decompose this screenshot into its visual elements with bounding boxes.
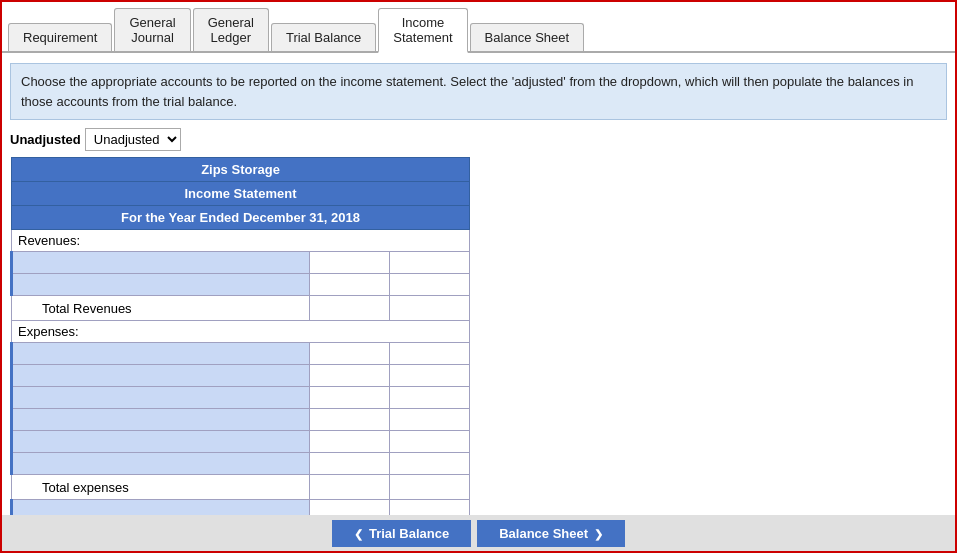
expense-value-cell-4b[interactable]: [390, 409, 470, 431]
total-expenses-label: Total expenses: [12, 475, 310, 500]
revenue-value-input-2a[interactable]: [310, 274, 389, 295]
tab-trial-balance[interactable]: Trial Balance: [271, 23, 376, 51]
revenue-name-cell-1[interactable]: [12, 252, 310, 274]
expense-value-input-3b[interactable]: [390, 387, 469, 408]
title-header-row: Income Statement: [12, 182, 470, 206]
expense-row-5: [12, 431, 470, 453]
company-name: Zips Storage: [12, 158, 470, 182]
total-revenues-value-2[interactable]: [390, 296, 470, 321]
revenue-row-2: [12, 274, 470, 296]
expense-value-cell-6a[interactable]: [310, 453, 390, 475]
total-revenues-value-1[interactable]: [310, 296, 390, 321]
revenue-value-cell-2a[interactable]: [310, 274, 390, 296]
chevron-left-icon: [354, 526, 363, 541]
expense-name-cell-4[interactable]: [12, 409, 310, 431]
expenses-label: Expenses:: [12, 321, 470, 343]
tab-balance-sheet[interactable]: Balance Sheet: [470, 23, 585, 51]
total-revenues-input-1[interactable]: [316, 299, 383, 317]
revenue-value-cell-1a[interactable]: [310, 252, 390, 274]
tab-general-journal[interactable]: GeneralJournal: [114, 8, 190, 51]
revenue-value-cell-2b[interactable]: [390, 274, 470, 296]
total-expenses-input-1[interactable]: [316, 478, 383, 496]
expense-value-input-5a[interactable]: [310, 431, 389, 452]
expense-value-input-2a[interactable]: [310, 365, 389, 386]
expense-row-6: [12, 453, 470, 475]
adjustment-dropdown[interactable]: Unadjusted Adjusted: [85, 128, 181, 151]
expense-value-cell-6b[interactable]: [390, 453, 470, 475]
expense-name-cell-2[interactable]: [12, 365, 310, 387]
tab-general-ledger[interactable]: GeneralLedger: [193, 8, 269, 51]
expense-name-input-6[interactable]: [13, 453, 309, 474]
expense-value-input-6b[interactable]: [390, 453, 469, 474]
revenues-label: Revenues:: [12, 230, 470, 252]
expense-value-input-1b[interactable]: [390, 343, 469, 364]
expense-value-cell-3a[interactable]: [310, 387, 390, 409]
income-statement-table: Zips Storage Income Statement For the Ye…: [10, 157, 470, 522]
expense-name-cell-1[interactable]: [12, 343, 310, 365]
expense-value-input-5b[interactable]: [390, 431, 469, 452]
revenue-value-input-2b[interactable]: [390, 274, 469, 295]
prev-button-label: Trial Balance: [369, 526, 449, 541]
expense-value-cell-3b[interactable]: [390, 387, 470, 409]
revenues-section-label-row: Revenues:: [12, 230, 470, 252]
next-button-label: Balance Sheet: [499, 526, 588, 541]
expense-value-input-1a[interactable]: [310, 343, 389, 364]
company-header-row: Zips Storage: [12, 158, 470, 182]
expense-value-cell-1a[interactable]: [310, 343, 390, 365]
total-revenues-input-2[interactable]: [396, 299, 463, 317]
expense-value-cell-1b[interactable]: [390, 343, 470, 365]
expense-value-cell-4a[interactable]: [310, 409, 390, 431]
tabs-bar: Requirement GeneralJournal GeneralLedger…: [2, 2, 955, 53]
revenue-value-cell-1b[interactable]: [390, 252, 470, 274]
expense-name-cell-6[interactable]: [12, 453, 310, 475]
total-revenues-row: Total Revenues: [12, 296, 470, 321]
revenue-value-input-1b[interactable]: [390, 252, 469, 273]
period-header-row: For the Year Ended December 31, 2018: [12, 206, 470, 230]
expense-value-input-4a[interactable]: [310, 409, 389, 430]
expense-name-input-3[interactable]: [13, 387, 309, 408]
expenses-section-label-row: Expenses:: [12, 321, 470, 343]
expense-value-input-4b[interactable]: [390, 409, 469, 430]
expense-name-cell-5[interactable]: [12, 431, 310, 453]
statement-title: Income Statement: [12, 182, 470, 206]
expense-value-cell-5a[interactable]: [310, 431, 390, 453]
next-button[interactable]: Balance Sheet: [477, 520, 625, 547]
expense-value-cell-2b[interactable]: [390, 365, 470, 387]
expense-value-input-2b[interactable]: [390, 365, 469, 386]
revenue-name-cell-2[interactable]: [12, 274, 310, 296]
tab-requirement[interactable]: Requirement: [8, 23, 112, 51]
total-expenses-input-2[interactable]: [396, 478, 463, 496]
revenue-name-input-1[interactable]: [13, 252, 309, 273]
revenue-row-1: [12, 252, 470, 274]
expense-name-input-4[interactable]: [13, 409, 309, 430]
income-statement-table-container: Zips Storage Income Statement For the Ye…: [10, 157, 470, 522]
total-expenses-value-1[interactable]: [310, 475, 390, 500]
revenue-value-input-1a[interactable]: [310, 252, 389, 273]
expense-name-input-2[interactable]: [13, 365, 309, 386]
dropdown-row: Unadjusted Unadjusted Adjusted: [10, 128, 947, 151]
revenue-name-input-2[interactable]: [13, 274, 309, 295]
statement-period: For the Year Ended December 31, 2018: [12, 206, 470, 230]
expense-row-2: [12, 365, 470, 387]
tab-income-statement[interactable]: IncomeStatement: [378, 8, 467, 53]
expense-value-cell-2a[interactable]: [310, 365, 390, 387]
expense-row-4: [12, 409, 470, 431]
total-expenses-value-2[interactable]: [390, 475, 470, 500]
expense-row-3: [12, 387, 470, 409]
dropdown-label: Unadjusted: [10, 132, 81, 147]
expense-name-input-1[interactable]: [13, 343, 309, 364]
bottom-navigation: Trial Balance Balance Sheet: [2, 515, 955, 551]
expense-name-cell-3[interactable]: [12, 387, 310, 409]
chevron-right-icon: [594, 526, 603, 541]
expense-value-input-6a[interactable]: [310, 453, 389, 474]
instruction-text: Choose the appropriate accounts to be re…: [21, 74, 913, 109]
expense-name-input-5[interactable]: [13, 431, 309, 452]
expense-value-cell-5b[interactable]: [390, 431, 470, 453]
expense-row-1: [12, 343, 470, 365]
total-revenues-label: Total Revenues: [12, 296, 310, 321]
instruction-box: Choose the appropriate accounts to be re…: [10, 63, 947, 120]
expense-value-input-3a[interactable]: [310, 387, 389, 408]
total-expenses-row: Total expenses: [12, 475, 470, 500]
prev-button[interactable]: Trial Balance: [332, 520, 471, 547]
